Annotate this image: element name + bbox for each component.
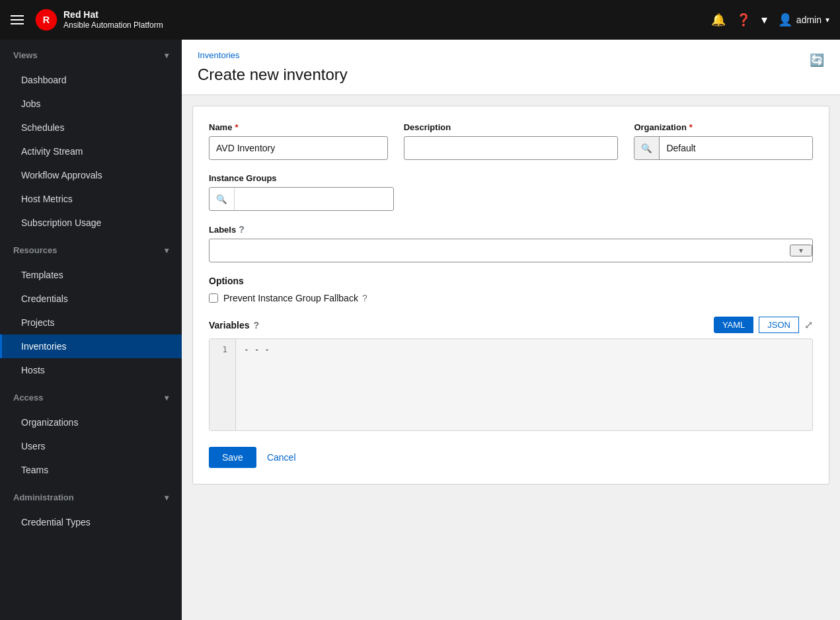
options-section: Options Prevent Instance Group Fallback …: [209, 276, 813, 303]
sidebar-section-access: Access ▾ Organizations Users Teams: [0, 382, 182, 482]
prevent-fallback-row: Prevent Instance Group Fallback ?: [209, 293, 813, 303]
create-inventory-form: Name * Description Organization: [192, 106, 829, 484]
prevent-instance-group-fallback-label: Prevent Instance Group Fallback ?: [223, 293, 367, 303]
yaml-button[interactable]: YAML: [714, 317, 753, 333]
sidebar-section-administration-header[interactable]: Administration ▾: [0, 482, 182, 510]
sidebar-section-resources: Resources ▾ Templates Credentials Projec…: [0, 235, 182, 382]
line-number-1: 1: [217, 344, 227, 354]
instance-groups-row: Instance Groups 🔍: [209, 173, 813, 211]
sidebar-item-inventories[interactable]: Inventories: [0, 334, 182, 358]
sidebar-item-workflow-approvals[interactable]: Workflow Approvals: [0, 163, 182, 187]
cancel-button[interactable]: Cancel: [264, 447, 299, 468]
labels-select-wrapper: ▾: [209, 239, 813, 262]
sidebar-item-jobs[interactable]: Jobs: [0, 92, 182, 116]
sidebar-section-access-label: Access: [13, 393, 44, 403]
form-row-main: Name * Description Organization: [209, 122, 813, 160]
instance-groups-label: Instance Groups: [209, 173, 813, 183]
prevent-instance-group-fallback-checkbox[interactable]: [209, 293, 218, 303]
sidebar-item-credentials[interactable]: Credentials: [0, 287, 182, 311]
code-editor[interactable]: 1 - - -: [209, 338, 813, 431]
breadcrumb[interactable]: Inventories: [198, 50, 824, 60]
line-numbers: 1: [210, 339, 236, 430]
description-input[interactable]: [404, 136, 619, 160]
description-label: Description: [404, 122, 619, 132]
sidebar-section-access-header[interactable]: Access ▾: [0, 382, 182, 410]
variables-header: Variables ? YAML JSON ⤢: [209, 317, 813, 333]
name-label: Name *: [209, 122, 388, 132]
sidebar-item-dashboard[interactable]: Dashboard: [0, 68, 182, 92]
views-chevron-icon: ▾: [165, 51, 169, 60]
page-title: Create new inventory: [198, 65, 824, 95]
sidebar-item-organizations[interactable]: Organizations: [0, 410, 182, 434]
instance-groups-input[interactable]: [235, 194, 393, 204]
access-chevron-icon: ▾: [165, 393, 169, 403]
help-chevron-icon[interactable]: ▾: [761, 13, 767, 27]
sidebar: Views ▾ Dashboard Jobs Schedules Activit…: [0, 40, 182, 620]
resources-chevron-icon: ▾: [165, 246, 169, 255]
sidebar-section-administration-label: Administration: [13, 492, 74, 502]
sidebar-item-credential-types[interactable]: Credential Types: [0, 510, 182, 534]
sidebar-item-schedules[interactable]: Schedules: [0, 116, 182, 139]
sidebar-item-users[interactable]: Users: [0, 434, 182, 458]
help-icon[interactable]: ❓: [736, 13, 751, 27]
organization-label: Organization *: [634, 122, 813, 132]
user-icon: 👤: [778, 13, 792, 27]
name-field-group: Name *: [209, 122, 388, 160]
organization-input[interactable]: [660, 143, 812, 153]
user-chevron-icon: ▾: [825, 15, 829, 24]
variables-section: Variables ? YAML JSON ⤢ 1: [209, 317, 813, 431]
sidebar-item-hosts[interactable]: Hosts: [0, 358, 182, 382]
save-button[interactable]: Save: [209, 447, 256, 468]
prevent-fallback-help-icon[interactable]: ?: [362, 293, 367, 303]
instance-groups-search-wrapper: 🔍: [209, 187, 394, 211]
user-menu[interactable]: 👤 admin ▾: [778, 13, 829, 27]
user-name: admin: [796, 15, 821, 25]
code-line-1-content: - - -: [244, 344, 270, 354]
expand-editor-button[interactable]: ⤢: [804, 319, 813, 331]
sidebar-section-resources-label: Resources: [13, 245, 57, 255]
name-input[interactable]: [209, 136, 388, 160]
json-button[interactable]: JSON: [759, 317, 799, 333]
variables-help-icon[interactable]: ?: [254, 320, 260, 330]
options-title: Options: [209, 276, 813, 286]
organization-input-wrapper: 🔍: [634, 136, 813, 160]
hamburger-menu[interactable]: [11, 15, 24, 24]
main-content: Inventories Create new inventory 🔄 Name …: [182, 40, 840, 620]
labels-dropdown-button[interactable]: ▾: [790, 245, 812, 256]
labels-help-icon[interactable]: ?: [239, 224, 245, 235]
description-field-group: Description: [404, 122, 619, 160]
sidebar-item-host-metrics[interactable]: Host Metrics: [0, 187, 182, 211]
labels-label: Labels ?: [209, 224, 813, 235]
labels-row: Labels ? ▾: [209, 224, 813, 262]
code-content[interactable]: - - -: [236, 339, 812, 430]
organization-search-button[interactable]: 🔍: [634, 137, 660, 159]
organization-field-group: Organization * 🔍: [634, 122, 813, 160]
name-required-star: *: [235, 122, 238, 132]
brand-name-line1: Red Hat: [63, 9, 163, 20]
sidebar-section-resources-header[interactable]: Resources ▾: [0, 235, 182, 263]
sidebar-item-teams[interactable]: Teams: [0, 458, 182, 482]
instance-groups-search-button[interactable]: 🔍: [210, 188, 235, 210]
topbar: R Red Hat Ansible Automation Platform 🔔 …: [0, 0, 840, 40]
sidebar-section-views-header[interactable]: Views ▾: [0, 40, 182, 68]
sidebar-item-activity-stream[interactable]: Activity Stream: [0, 139, 182, 163]
brand-name-line2: Ansible Automation: [63, 20, 132, 30]
sidebar-section-administration: Administration ▾ Credential Types: [0, 482, 182, 534]
content-header: Inventories Create new inventory 🔄: [182, 40, 840, 95]
sidebar-item-projects[interactable]: Projects: [0, 311, 182, 334]
sidebar-item-subscription-usage[interactable]: Subscription Usage: [0, 211, 182, 235]
org-required-star: *: [689, 122, 693, 132]
action-buttons: Save Cancel: [209, 447, 813, 468]
administration-chevron-icon: ▾: [165, 493, 169, 502]
svg-text:R: R: [43, 15, 50, 25]
sidebar-item-templates[interactable]: Templates: [0, 263, 182, 287]
sidebar-section-views-label: Views: [13, 50, 38, 60]
brand-name-line3: Platform: [134, 20, 163, 30]
notifications-icon[interactable]: 🔔: [711, 13, 726, 27]
history-button[interactable]: 🔄: [810, 53, 824, 67]
variables-controls: YAML JSON ⤢: [714, 317, 813, 333]
sidebar-section-views: Views ▾ Dashboard Jobs Schedules Activit…: [0, 40, 182, 235]
brand-logo: R Red Hat Ansible Automation Platform: [34, 8, 163, 32]
variables-label: Variables ?: [209, 320, 259, 330]
